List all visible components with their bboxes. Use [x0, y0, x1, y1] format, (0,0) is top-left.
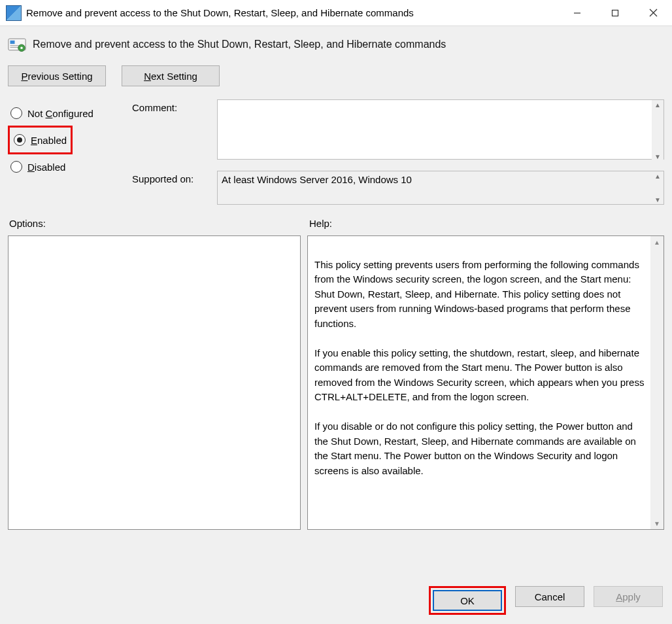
chevron-up-icon: ▲	[650, 236, 664, 248]
help-label: Help:	[307, 218, 664, 229]
radio-icon	[10, 107, 22, 119]
options-label: Options:	[8, 218, 307, 229]
policy-icon	[8, 35, 26, 54]
maximize-button[interactable]	[596, 0, 634, 26]
radio-not-configured[interactable]: Not Configured	[8, 101, 119, 126]
titlebar: Remove and prevent access to the Shut Do…	[0, 0, 672, 26]
policy-header: Remove and prevent access to the Shut Do…	[8, 35, 664, 54]
comment-label: Comment:	[132, 99, 217, 113]
options-panel	[8, 235, 301, 530]
close-button[interactable]	[634, 0, 672, 26]
chevron-down-icon: ▼	[652, 195, 664, 204]
comment-scroll[interactable]: ▲ ▼	[652, 100, 664, 161]
svg-rect-1	[613, 10, 618, 16]
radio-enabled[interactable]: Enabled	[11, 128, 69, 152]
svg-rect-5	[10, 41, 15, 44]
ok-button[interactable]: OK	[433, 590, 502, 611]
comment-input[interactable]	[217, 99, 664, 160]
svg-point-9	[20, 47, 23, 50]
policy-title: Remove and prevent access to the Shut Do…	[33, 39, 446, 50]
chevron-down-icon: ▼	[650, 517, 664, 529]
next-setting-button[interactable]: Next Setting	[122, 65, 220, 86]
minimize-button[interactable]	[558, 0, 596, 26]
supported-scroll[interactable]: ▲ ▼	[652, 171, 664, 204]
app-icon	[7, 6, 21, 20]
supported-on-label: Supported on:	[132, 171, 217, 184]
help-text: This policy setting prevents users from …	[314, 259, 644, 476]
help-scrollbar[interactable]: ▲ ▼	[650, 236, 664, 529]
chevron-down-icon: ▼	[652, 152, 664, 161]
dialog-body: Remove and prevent access to the Shut Do…	[0, 26, 672, 624]
previous-setting-button[interactable]: Previous Setting	[8, 65, 106, 86]
nav-buttons: Previous Setting Next Setting	[8, 65, 664, 86]
state-radio-group: Not Configured Enabled Disabled	[8, 99, 119, 179]
help-panel: This policy setting prevents users from …	[307, 235, 664, 530]
window-title: Remove and prevent access to the Shut Do…	[26, 7, 558, 18]
radio-disabled[interactable]: Disabled	[8, 154, 119, 179]
chevron-up-icon: ▲	[652, 100, 664, 109]
chevron-up-icon: ▲	[652, 171, 664, 181]
radio-icon	[14, 134, 25, 146]
supported-on-value: At least Windows Server 2016, Windows 10	[217, 171, 664, 205]
radio-icon	[10, 161, 22, 173]
cancel-button[interactable]: Cancel	[515, 586, 584, 607]
apply-button[interactable]: Apply	[594, 586, 663, 607]
dialog-footer: OK Cancel Apply	[429, 586, 663, 615]
